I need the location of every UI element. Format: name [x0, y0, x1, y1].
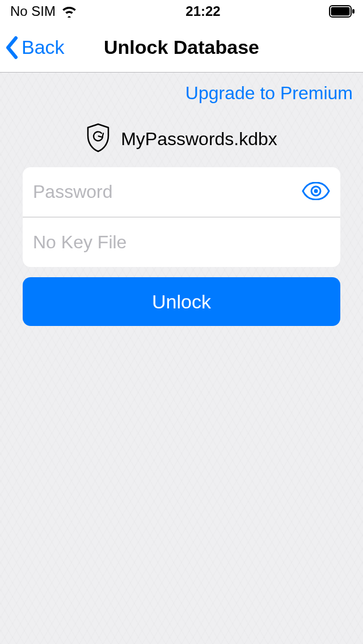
- wifi-icon: [61, 5, 77, 18]
- password-input[interactable]: [33, 181, 298, 202]
- database-header: MyPasswords.kdbx: [0, 123, 363, 155]
- eye-icon: [302, 182, 330, 202]
- back-button[interactable]: Back: [5, 23, 65, 72]
- unlock-button[interactable]: Unlock: [23, 277, 340, 326]
- svg-rect-2: [352, 9, 354, 14]
- unlock-form-card: No Key File: [23, 167, 340, 267]
- svg-point-4: [314, 189, 318, 193]
- unlock-button-label: Unlock: [152, 291, 211, 313]
- back-label: Back: [22, 36, 65, 58]
- battery-icon: [329, 5, 355, 18]
- shield-sync-icon: [86, 123, 111, 155]
- carrier-text: No SIM: [10, 3, 56, 19]
- chevron-left-icon: [5, 36, 19, 60]
- database-name: MyPasswords.kdbx: [121, 129, 277, 150]
- page-title: Unlock Database: [104, 36, 259, 58]
- toggle-password-visibility-button[interactable]: [298, 182, 330, 202]
- password-row: [23, 167, 340, 217]
- nav-bar: Back Unlock Database: [0, 23, 363, 73]
- upgrade-link[interactable]: Upgrade to Premium: [0, 73, 363, 109]
- status-bar: No SIM 21:22: [0, 0, 363, 23]
- keyfile-row[interactable]: No Key File: [23, 217, 340, 267]
- clock: 21:22: [185, 3, 220, 19]
- upgrade-label: Upgrade to Premium: [185, 83, 353, 103]
- keyfile-label: No Key File: [33, 232, 330, 253]
- svg-rect-1: [331, 7, 350, 16]
